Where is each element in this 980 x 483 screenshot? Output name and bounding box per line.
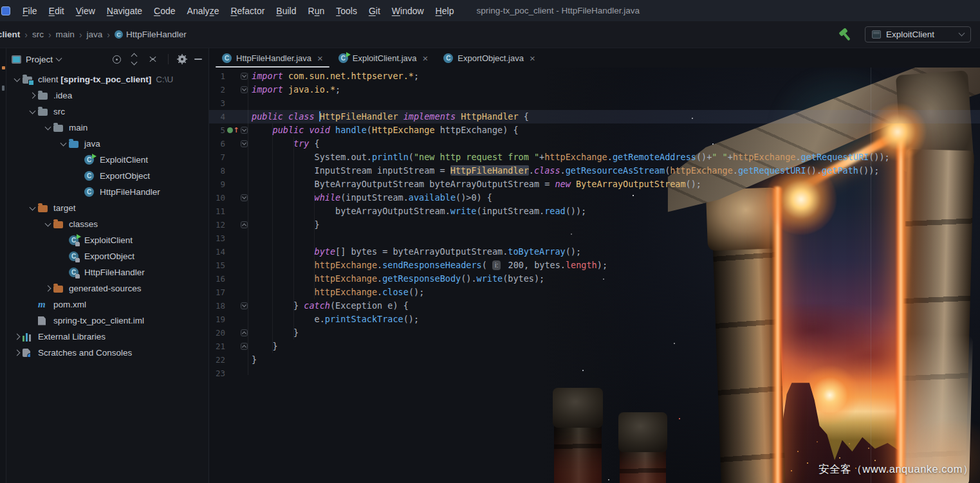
chevron-collapsed-icon[interactable]: [14, 350, 21, 356]
code-line: httpExchange.close();: [252, 286, 980, 299]
menu-view[interactable]: View: [70, 3, 101, 19]
fold-collapse-icon[interactable]: [241, 140, 248, 147]
menu-code[interactable]: Code: [148, 3, 181, 19]
expand-all-icon[interactable]: [129, 54, 140, 64]
editor-gutter: 12345↑67891011121314151617181920212223: [209, 69, 252, 380]
menu-navigate[interactable]: Navigate: [101, 3, 148, 19]
tree-item-httpfilehandler[interactable]: CHttpFileHandler: [6, 264, 208, 280]
fold-end-icon[interactable]: [241, 221, 248, 228]
tab-exploitclient.java[interactable]: CExploitClient.java×: [331, 48, 436, 68]
tree-item-src[interactable]: src: [6, 104, 208, 120]
hide-icon[interactable]: [194, 59, 202, 60]
tree-item-generated-sources[interactable]: generated-sources: [6, 280, 208, 296]
folder-excluded-icon: [53, 220, 68, 228]
breadcrumb-client[interactable]: client: [0, 28, 22, 41]
class-icon: C: [84, 187, 99, 197]
tree-item-exportobject[interactable]: CExportObject: [6, 248, 208, 264]
tree-item-exploitclient[interactable]: CExploitClient: [6, 152, 208, 168]
tree-item-java[interactable]: java: [6, 136, 208, 152]
app-icon[interactable]: [1, 6, 10, 15]
code-line: }: [252, 340, 980, 353]
menu-edit[interactable]: Edit: [43, 3, 70, 19]
breadcrumb-httpfilehandler[interactable]: CHttpFileHandler: [113, 28, 189, 41]
implementing-method-icon[interactable]: [227, 127, 233, 133]
project-view-title[interactable]: Project: [26, 55, 53, 64]
tree-item-main[interactable]: main: [6, 120, 208, 136]
tree-item-client[interactable]: client [spring-tx_poc_client]C:\U: [6, 71, 208, 87]
close-tab-icon[interactable]: ×: [423, 53, 429, 64]
line-number: 2: [209, 83, 227, 96]
settings-icon[interactable]: [178, 55, 186, 63]
toolbar-divider: [168, 54, 169, 64]
tree-item-classes[interactable]: classes: [6, 216, 208, 232]
fold-collapse-icon[interactable]: [241, 127, 248, 134]
maven-icon: m: [38, 299, 53, 310]
tab-exportobject.java[interactable]: CExportObject.java×: [436, 48, 542, 68]
select-opened-file-icon[interactable]: [113, 55, 121, 64]
chevron-collapsed-icon[interactable]: [45, 286, 51, 292]
chevron-expanded-icon[interactable]: [45, 220, 51, 226]
tree-item-exportobject[interactable]: CExportObject: [6, 168, 208, 184]
chevron-expanded-icon[interactable]: [45, 123, 51, 130]
folder-icon: [53, 123, 68, 132]
fold-end-icon[interactable]: [241, 343, 248, 350]
breadcrumb-java[interactable]: java: [85, 28, 105, 41]
code-line: ByteArrayOutputStream byteArrayOutputStr…: [252, 178, 980, 191]
folder-project-icon: [23, 75, 37, 84]
menu-git[interactable]: Git: [363, 3, 386, 19]
tab-httpfilehandler.java[interactable]: CHttpFileHandler.java×: [214, 48, 331, 68]
class-run-locked-icon: C: [69, 235, 84, 245]
chevron-collapsed-icon[interactable]: [30, 93, 36, 99]
class-icon: C: [115, 30, 123, 39]
menu-file[interactable]: File: [17, 3, 43, 19]
editor[interactable]: 12345↑67891011121314151617181920212223 i…: [209, 68, 980, 483]
menu-analyze[interactable]: Analyze: [181, 3, 225, 19]
tree-item-httpfilehandler[interactable]: CHttpFileHandler: [6, 184, 208, 200]
class-icon: C: [443, 53, 453, 63]
line-number: 4: [209, 110, 227, 123]
chevron-expanded-icon[interactable]: [30, 204, 36, 210]
menu-tools[interactable]: Tools: [330, 3, 363, 19]
code-line: while(inputStream.available()>0) {: [252, 191, 980, 205]
fold-end-icon[interactable]: [241, 329, 248, 336]
build-hammer-icon[interactable]: [837, 26, 856, 46]
run-config-app-icon: [872, 30, 881, 39]
code-editor-surface[interactable]: 12345↑67891011121314151617181920212223 i…: [209, 68, 980, 483]
tree-item-target[interactable]: target: [6, 200, 208, 216]
tree-item-.idea[interactable]: .idea: [6, 87, 208, 104]
menu-window[interactable]: Window: [386, 3, 430, 19]
chevron-expanded-icon[interactable]: [60, 140, 67, 146]
menu-refactor[interactable]: Refactor: [225, 3, 270, 19]
chevron-expanded-icon[interactable]: [14, 75, 21, 82]
class-run-icon: C: [338, 53, 348, 63]
tree-item-spring-tx_poc_client.iml[interactable]: spring-tx_poc_client.iml: [6, 313, 208, 329]
chevron-expanded-icon[interactable]: [30, 107, 36, 114]
breadcrumb-main[interactable]: main: [54, 28, 77, 41]
close-tab-icon[interactable]: ×: [317, 53, 323, 64]
fold-collapse-icon[interactable]: [241, 86, 248, 93]
collapse-all-icon[interactable]: [148, 54, 158, 64]
menu-help[interactable]: Help: [430, 3, 460, 19]
tree-item-exploitclient[interactable]: CExploitClient: [6, 232, 208, 248]
tree-item-scratches-and-consoles[interactable]: Scratches and Consoles: [6, 345, 208, 361]
watermark-text: 安全客（www.anquanke.com）: [818, 462, 974, 477]
close-tab-icon[interactable]: ×: [530, 53, 535, 64]
fold-collapse-icon[interactable]: [241, 194, 248, 201]
menu-run[interactable]: Run: [302, 3, 331, 19]
navigation-bar: client›src›main›java›CHttpFileHandler Ex…: [0, 21, 980, 48]
menu-build[interactable]: Build: [270, 3, 302, 19]
run-config-combo[interactable]: ExploitClient: [865, 26, 971, 42]
folder-icon: [38, 91, 53, 100]
chevron-down-icon[interactable]: [56, 55, 62, 62]
toolbar-right: ExploitClient: [839, 26, 971, 43]
breadcrumb-separator: ›: [46, 30, 54, 40]
fold-collapse-icon[interactable]: [241, 73, 248, 80]
code-content: import com.sun.net.httpserver.*;import j…: [252, 69, 980, 380]
chevron-collapsed-icon[interactable]: [14, 334, 21, 340]
tree-item-external-libraries[interactable]: External Libraries: [6, 329, 208, 345]
tree-item-pom.xml[interactable]: mpom.xml: [6, 296, 208, 313]
folder-icon: [38, 107, 53, 116]
class-icon: C: [222, 53, 232, 63]
fold-collapse-icon[interactable]: [241, 302, 248, 309]
breadcrumb-src[interactable]: src: [30, 28, 46, 41]
